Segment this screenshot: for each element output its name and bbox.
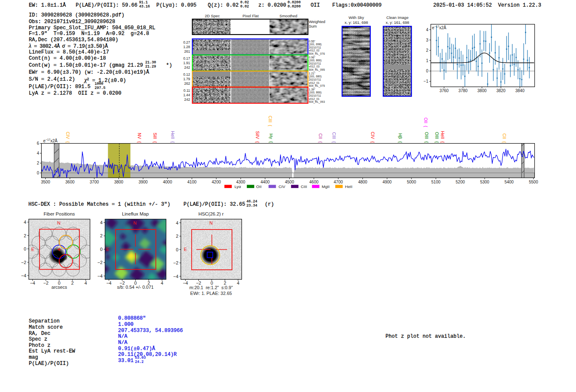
svg-text:Lineflux Map: Lineflux Map xyxy=(122,211,149,216)
svg-text:−4: −4 xyxy=(30,281,35,285)
svg-text:SiII {: SiII { xyxy=(153,132,158,143)
svg-text:OII {: OII { xyxy=(423,118,428,128)
svg-text:0: 0 xyxy=(37,171,39,175)
svg-text:Sum: Sum xyxy=(309,24,317,28)
svg-text:1.44: 1.44 xyxy=(183,93,190,97)
svg-text:N: N xyxy=(133,220,137,225)
svg-text:CIII: CIII xyxy=(301,184,307,189)
svg-text:−2: −2 xyxy=(196,281,201,285)
svg-text:6: 6 xyxy=(37,141,39,146)
svg-text:EWr: 1. PLAE: 32.65: EWr: 1. PLAE: 32.65 xyxy=(190,291,232,296)
svg-text:Clean Image: Clean Image xyxy=(386,15,409,20)
svg-text:5500: 5500 xyxy=(529,180,538,184)
svg-text:CIV {: CIV { xyxy=(370,132,375,143)
svg-text:0.11: 0.11 xyxy=(183,88,190,93)
svg-text:0.17: 0.17 xyxy=(183,56,190,60)
svg-text:3820: 3820 xyxy=(496,88,506,93)
svg-text:504_RL_075: 504_RL_075 xyxy=(309,84,325,88)
svg-text:0.55": 0.55" xyxy=(309,40,316,43)
svg-text:x, y: 161, 698: x, y: 161, 698 xyxy=(344,20,368,25)
svg-text:4500: 4500 xyxy=(285,180,294,184)
svg-text:5200: 5200 xyxy=(456,180,465,184)
svg-text:CIV {: CIV { xyxy=(65,132,70,143)
svg-text:N: N xyxy=(57,220,60,225)
svg-text:4: 4 xyxy=(237,281,239,285)
svg-text:−2: −2 xyxy=(173,260,179,265)
svg-text:CIII {: CIII { xyxy=(268,116,273,126)
svg-text:0.12: 0.12 xyxy=(183,72,190,77)
svg-text:4: 4 xyxy=(37,151,39,155)
svg-text:MgII: MgII xyxy=(322,184,330,189)
svg-text:5400: 5400 xyxy=(504,180,514,184)
svg-text:HeII: HeII xyxy=(345,184,353,189)
svg-text:3700: 3700 xyxy=(90,180,99,184)
svg-text:NV {: NV { xyxy=(137,133,142,143)
svg-text:0: 0 xyxy=(24,246,26,251)
svg-text:4200: 4200 xyxy=(212,180,221,184)
svg-text:4800: 4800 xyxy=(358,180,367,184)
svg-text:−2: −2 xyxy=(43,281,49,285)
svg-text:0.27: 0.27 xyxy=(183,40,190,44)
svg-text:4900: 4900 xyxy=(383,180,392,184)
svg-text:−1: −1 xyxy=(424,79,429,84)
svg-text:CII {: CII { xyxy=(318,133,323,143)
svg-text:262: 262 xyxy=(184,81,190,86)
svg-text:4: 4 xyxy=(161,281,163,285)
svg-text:261: 261 xyxy=(184,49,190,53)
svg-text:4600: 4600 xyxy=(309,180,319,184)
svg-text:0: 0 xyxy=(211,281,213,285)
svg-text:OIII {: OIII { xyxy=(424,132,429,143)
svg-text:1: 1 xyxy=(426,58,428,63)
svg-text:2D Spec: 2D Spec xyxy=(205,14,220,18)
svg-text:HeII {: HeII { xyxy=(170,131,175,143)
svg-text:e−17x2Å: e−17x2Å xyxy=(432,25,446,30)
svg-text:1.28: 1.28 xyxy=(183,45,190,49)
svg-text:−2: −2 xyxy=(21,260,26,265)
svg-text:SiIV {: SiIV { xyxy=(255,131,260,143)
svg-text:3500: 3500 xyxy=(41,180,50,184)
svg-text:5000: 5000 xyxy=(407,180,416,184)
svg-text:HeII {: HeII { xyxy=(440,131,445,143)
svg-text:4300: 4300 xyxy=(236,180,246,184)
svg-text:3780: 3780 xyxy=(458,88,468,93)
svg-text:2: 2 xyxy=(37,161,39,165)
svg-text:OIII {: OIII { xyxy=(434,132,439,143)
svg-text:3600: 3600 xyxy=(65,180,75,184)
svg-text:2: 2 xyxy=(224,281,226,285)
svg-text:3900: 3900 xyxy=(139,180,148,184)
svg-text:E: E xyxy=(106,247,109,252)
svg-text:2: 2 xyxy=(100,233,102,238)
svg-text:Smoothed: Smoothed xyxy=(279,14,297,18)
svg-text:−4: −4 xyxy=(173,274,179,279)
svg-text:0: 0 xyxy=(100,247,102,252)
svg-text:E: E xyxy=(184,247,187,252)
svg-text:Weighted: Weighted xyxy=(309,19,325,24)
svg-text:2: 2 xyxy=(176,234,178,239)
svg-text:CIV: CIV xyxy=(279,184,286,189)
svg-text:4: 4 xyxy=(176,220,178,225)
svg-text:arcsecs: arcsecs xyxy=(51,285,67,290)
svg-text:20210711: 20210711 xyxy=(309,62,321,65)
svg-text:0: 0 xyxy=(176,247,178,252)
svg-text:3800: 3800 xyxy=(114,180,123,184)
svg-text:20210711: 20210711 xyxy=(309,78,321,81)
svg-text:m:20.1 re:1.2" s:0.9": m:20.1 re:1.2" s:0.9" xyxy=(189,285,233,290)
svg-text:HSC(26.2) r: HSC(26.2) r xyxy=(198,211,224,216)
svg-text:2: 2 xyxy=(24,233,26,238)
svg-text:504_RL_095: 504_RL_095 xyxy=(309,68,325,72)
svg-text:Lyα: Lyα xyxy=(235,184,241,189)
svg-text:2: 2 xyxy=(426,48,428,53)
svg-text:504_RL_076: 504_RL_076 xyxy=(309,52,325,56)
svg-text:E: E xyxy=(31,247,34,252)
svg-text:Hβ {: Hβ { xyxy=(398,133,403,143)
svg-text:4: 4 xyxy=(100,220,102,225)
svg-text:242: 242 xyxy=(184,65,190,70)
svg-text:5100: 5100 xyxy=(431,180,441,184)
svg-text:3800: 3800 xyxy=(477,88,487,93)
svg-text:0: 0 xyxy=(426,69,428,73)
svg-text:CII {: CII { xyxy=(502,133,507,143)
svg-text:Fiber Positions: Fiber Positions xyxy=(44,211,75,216)
svg-text:242: 242 xyxy=(184,97,190,102)
svg-text:s/b: 0.54 +/- 0.071: s/b: 0.54 +/- 0.071 xyxy=(117,285,154,290)
svg-text:4100: 4100 xyxy=(187,180,197,184)
